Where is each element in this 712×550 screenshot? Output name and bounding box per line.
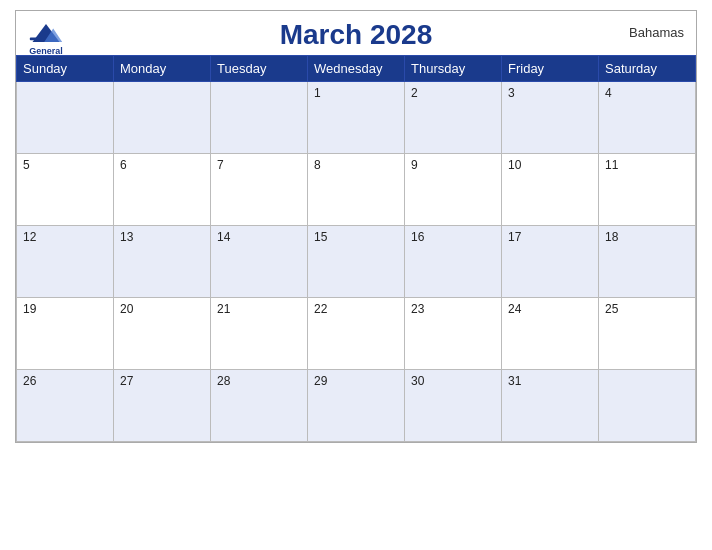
day-number: 26: [23, 374, 107, 388]
calendar-week-row: 567891011: [17, 154, 696, 226]
day-number: 10: [508, 158, 592, 172]
calendar-day-cell: 10: [502, 154, 599, 226]
day-number: 27: [120, 374, 204, 388]
logo: General Blue: [28, 19, 64, 67]
calendar-week-row: 262728293031: [17, 370, 696, 442]
calendar-week-row: 1234: [17, 82, 696, 154]
calendar-header: General Blue March 2028 Bahamas: [16, 11, 696, 55]
calendar-week-row: 19202122232425: [17, 298, 696, 370]
calendar-day-cell: 29: [308, 370, 405, 442]
day-number: 8: [314, 158, 398, 172]
calendar-day-cell: 24: [502, 298, 599, 370]
country-label: Bahamas: [629, 25, 684, 40]
day-number: 24: [508, 302, 592, 316]
calendar-day-cell: 13: [114, 226, 211, 298]
calendar-day-cell: 15: [308, 226, 405, 298]
calendar-day-cell: 19: [17, 298, 114, 370]
header-saturday: Saturday: [599, 56, 696, 82]
header-friday: Friday: [502, 56, 599, 82]
calendar-day-cell: 9: [405, 154, 502, 226]
day-number: 3: [508, 86, 592, 100]
day-number: 18: [605, 230, 689, 244]
day-number: 4: [605, 86, 689, 100]
calendar-container: General Blue March 2028 Bahamas Sunday M…: [15, 10, 697, 443]
day-number: 16: [411, 230, 495, 244]
day-number: 23: [411, 302, 495, 316]
day-number: 9: [411, 158, 495, 172]
calendar-day-cell: 17: [502, 226, 599, 298]
day-number: 5: [23, 158, 107, 172]
day-number: 22: [314, 302, 398, 316]
day-number: 20: [120, 302, 204, 316]
weekday-header-row: Sunday Monday Tuesday Wednesday Thursday…: [17, 56, 696, 82]
calendar-day-cell: [599, 370, 696, 442]
calendar-day-cell: 20: [114, 298, 211, 370]
day-number: 25: [605, 302, 689, 316]
day-number: 28: [217, 374, 301, 388]
month-title: March 2028: [28, 19, 684, 51]
calendar-day-cell: 7: [211, 154, 308, 226]
day-number: 19: [23, 302, 107, 316]
calendar-day-cell: 23: [405, 298, 502, 370]
calendar-day-cell: 3: [502, 82, 599, 154]
calendar-day-cell: 14: [211, 226, 308, 298]
calendar-day-cell: 18: [599, 226, 696, 298]
calendar-day-cell: 4: [599, 82, 696, 154]
day-number: 14: [217, 230, 301, 244]
calendar-day-cell: 16: [405, 226, 502, 298]
calendar-day-cell: 26: [17, 370, 114, 442]
calendar-day-cell: 27: [114, 370, 211, 442]
calendar-day-cell: [17, 82, 114, 154]
calendar-day-cell: [211, 82, 308, 154]
calendar-day-cell: 8: [308, 154, 405, 226]
calendar-day-cell: 2: [405, 82, 502, 154]
svg-rect-3: [30, 38, 37, 41]
day-number: 1: [314, 86, 398, 100]
day-number: 7: [217, 158, 301, 172]
calendar-day-cell: 25: [599, 298, 696, 370]
day-number: 31: [508, 374, 592, 388]
day-number: 15: [314, 230, 398, 244]
calendar-day-cell: 28: [211, 370, 308, 442]
calendar-day-cell: 11: [599, 154, 696, 226]
calendar-day-cell: 30: [405, 370, 502, 442]
calendar-day-cell: 21: [211, 298, 308, 370]
calendar-day-cell: 5: [17, 154, 114, 226]
day-number: 17: [508, 230, 592, 244]
day-number: 13: [120, 230, 204, 244]
day-number: 6: [120, 158, 204, 172]
day-number: 30: [411, 374, 495, 388]
logo-blue-text: Blue: [36, 57, 56, 67]
calendar-week-row: 12131415161718: [17, 226, 696, 298]
header-wednesday: Wednesday: [308, 56, 405, 82]
day-number: 2: [411, 86, 495, 100]
calendar-day-cell: 22: [308, 298, 405, 370]
day-number: 11: [605, 158, 689, 172]
day-number: 21: [217, 302, 301, 316]
calendar-day-cell: 6: [114, 154, 211, 226]
calendar-day-cell: 1: [308, 82, 405, 154]
calendar-day-cell: [114, 82, 211, 154]
day-number: 12: [23, 230, 107, 244]
calendar-body: 1234567891011121314151617181920212223242…: [17, 82, 696, 442]
header-tuesday: Tuesday: [211, 56, 308, 82]
header-monday: Monday: [114, 56, 211, 82]
day-number: 29: [314, 374, 398, 388]
calendar-day-cell: 12: [17, 226, 114, 298]
calendar-day-cell: 31: [502, 370, 599, 442]
calendar-table: Sunday Monday Tuesday Wednesday Thursday…: [16, 55, 696, 442]
header-thursday: Thursday: [405, 56, 502, 82]
